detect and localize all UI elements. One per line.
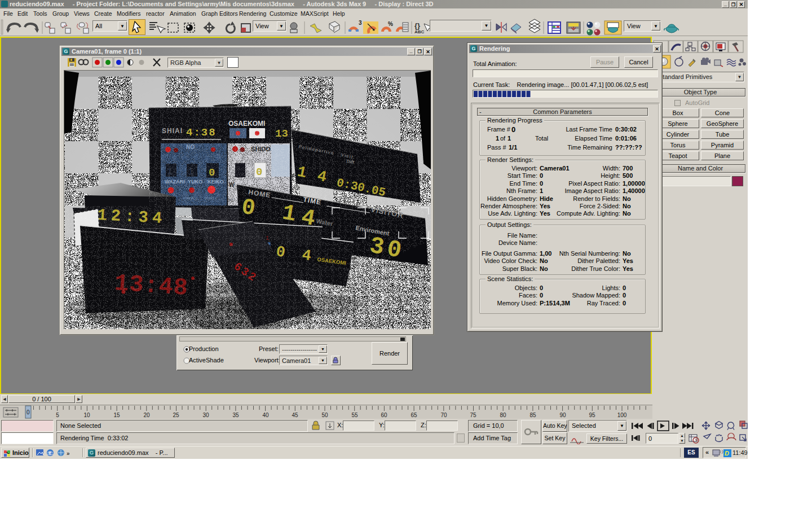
svg-text:40: 40 xyxy=(262,412,269,418)
svg-text:70: 70 xyxy=(440,412,447,418)
svg-text:55: 55 xyxy=(351,412,358,418)
svg-text:»: » xyxy=(67,450,70,457)
svg-text:0: 0 xyxy=(27,409,30,415)
svg-text:45: 45 xyxy=(292,412,298,418)
svg-text:e: e xyxy=(48,450,51,456)
svg-text:50: 50 xyxy=(321,412,328,418)
svg-text:D: D xyxy=(725,450,729,457)
svg-text:5: 5 xyxy=(56,412,59,418)
svg-text:35: 35 xyxy=(232,412,239,418)
svg-text:90: 90 xyxy=(559,412,566,418)
svg-text:95: 95 xyxy=(589,412,595,418)
svg-text:20: 20 xyxy=(143,412,150,418)
svg-text:25: 25 xyxy=(173,412,179,418)
svg-text:ABC: ABC xyxy=(414,29,425,34)
svg-text:85: 85 xyxy=(529,412,536,418)
svg-text:60: 60 xyxy=(381,412,387,418)
svg-text:15: 15 xyxy=(113,412,120,418)
svg-text:10: 10 xyxy=(83,412,90,418)
svg-text:%: % xyxy=(388,21,393,27)
svg-text:75: 75 xyxy=(470,412,476,418)
svg-text:65: 65 xyxy=(411,412,417,418)
svg-text:{}: {} xyxy=(414,21,420,30)
svg-text:100: 100 xyxy=(617,412,627,418)
svg-text:3: 3 xyxy=(359,20,362,26)
svg-text:80: 80 xyxy=(500,412,506,418)
svg-text:30: 30 xyxy=(202,412,209,418)
